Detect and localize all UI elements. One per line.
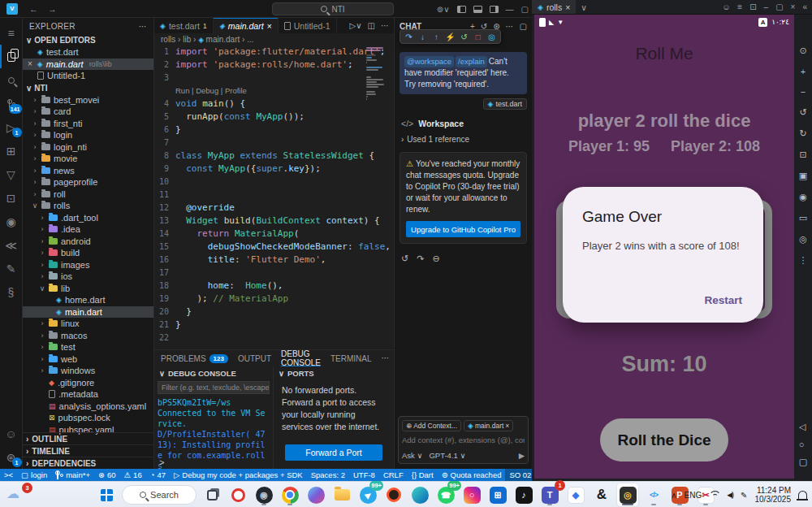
tree-item-first_nti[interactable]: ›first_nti <box>23 118 153 130</box>
tray-chevron-icon[interactable]: ∧ <box>671 491 676 500</box>
upgrade-copilot-button[interactable]: Upgrade to GitHub Copilot Pro <box>406 221 520 237</box>
taskbar-brave[interactable] <box>383 483 404 506</box>
code-editor[interactable]: 1import 'package:flutter/material.dart';… <box>154 46 394 349</box>
emulator-menu-icon[interactable]: ≡ <box>737 2 742 11</box>
run-and-debug-icon[interactable]: ▷1 <box>0 115 23 139</box>
volume-icon[interactable]: ◀) <box>727 491 733 499</box>
emulator-rotate-right-icon[interactable]: ↻ <box>799 128 806 139</box>
explorer-icon[interactable] <box>0 45 23 68</box>
taskbar-start[interactable] <box>96 483 117 506</box>
sidebar-more-icon[interactable]: ⋯ <box>139 22 147 31</box>
send-icon[interactable]: ▶ <box>519 451 525 460</box>
maximize-button[interactable]: ▢ <box>521 5 529 14</box>
status-git-branch[interactable]: main*+ <box>51 469 94 481</box>
undo-icon[interactable]: ↷ <box>417 254 424 264</box>
emulator-float-window-icon[interactable]: ⊡ <box>749 2 756 11</box>
tree-item-macos[interactable]: ›macos <box>23 330 153 342</box>
taskbar-tiktok[interactable]: ♪ <box>513 483 534 506</box>
taskbar-edge[interactable] <box>409 483 430 506</box>
widget-inspector-icon[interactable]: ◎ <box>486 32 498 41</box>
breadcrumb-item[interactable]: lib <box>183 35 191 44</box>
notification-bell-icon[interactable] <box>798 491 807 499</box>
section-timeline[interactable]: ›TIMELINE <box>23 444 153 457</box>
emulator-record-screen-icon[interactable]: ◉ <box>799 192 807 202</box>
status-warnings[interactable]: ⚠16 <box>120 469 146 481</box>
taskbar-chrome[interactable] <box>279 483 300 506</box>
tree-item-home.dart[interactable]: ◈home.dart <box>23 294 153 306</box>
tab-Untitled-1[interactable]: Untitled-1 <box>279 18 337 33</box>
debug-console-header[interactable]: ∨DEBUG CONSOLE <box>154 366 273 379</box>
back-arrow-icon[interactable]: ← <box>29 4 38 14</box>
taskbar-copilot[interactable] <box>305 483 326 506</box>
open-editors-header[interactable]: ∨OPEN EDITORS <box>23 34 153 46</box>
editor-group[interactable]: ◈test.dart1◈main.dart×Untitled-1 ▷∨◫⋯ ro… <box>154 18 394 469</box>
more-actions-icon[interactable]: ⋯ <box>381 21 389 30</box>
tree-item-pageprofile[interactable]: ›pageprofile <box>23 176 153 188</box>
open-editor-main.dart[interactable]: ×◈main.dartrolls\lib <box>23 58 153 71</box>
taskbar-vscode[interactable]: </> <box>643 483 664 506</box>
chat-command-chip[interactable]: @workspace <box>404 56 454 67</box>
wifi-icon[interactable] <box>709 491 719 499</box>
taskbar-ms-store[interactable]: ⊞ <box>487 483 508 506</box>
breadcrumb[interactable]: rolls › lib › ◈ main.dart › ... <box>154 33 394 46</box>
restart-icon[interactable]: ↺ <box>458 32 470 41</box>
tree-item-best_movei[interactable]: ›best_movei <box>23 94 153 106</box>
emulator-close-icon[interactable]: × <box>791 2 796 11</box>
panel-tab-problems[interactable]: PROBLEMS123 <box>161 350 228 366</box>
console-output[interactable]: bPS5KQm2ItW=/wsConnected to the VM Servi… <box>154 396 273 469</box>
emulator-screenshot-icon[interactable]: ▣ <box>799 171 807 181</box>
emulator-volume-down-icon[interactable]: − <box>801 87 806 97</box>
settings-icon[interactable]: ⊛1 <box>0 445 23 469</box>
tree-item-web[interactable]: ›web <box>23 353 153 366</box>
ports-header[interactable]: ∨PORTS <box>274 366 394 379</box>
status-info[interactable]: ◔47 <box>146 469 170 481</box>
panel-tab-output[interactable]: OUTPUT <box>238 350 271 366</box>
status-eol[interactable]: CRLF <box>379 469 408 481</box>
tree-item-.metadata[interactable]: .metadata <box>23 388 153 401</box>
chat-file-chip[interactable]: ◈test.dart <box>483 98 527 110</box>
tree-item-linux[interactable]: ›linux <box>23 318 153 330</box>
tree-item-.idea[interactable]: ›.idea <box>23 223 153 236</box>
taskbar-file-explorer[interactable] <box>331 483 352 506</box>
status-errors[interactable]: ⊗60 <box>94 469 120 481</box>
status-device-selector[interactable]: SO 02L (android-x64) <box>505 469 532 481</box>
emulator-power-icon[interactable]: ⊙ <box>799 46 806 56</box>
breadcrumb-item[interactable]: main.dart <box>206 35 240 44</box>
breadcrumb-item[interactable]: rolls <box>161 35 175 44</box>
android-home-icon[interactable]: ○ <box>799 440 807 449</box>
status-spaces[interactable]: Spaces: 2 <box>307 469 349 481</box>
taskbar-emulator[interactable]: ◎ <box>617 483 638 506</box>
tab-main.dart[interactable]: ◈main.dart× <box>214 18 279 33</box>
tree-item-.gitignore[interactable]: ◆.gitignore <box>23 377 153 389</box>
open-editor-Untitled-1[interactable]: Untitled-1 <box>23 70 153 82</box>
emulator-minimize-icon[interactable]: – <box>764 2 769 11</box>
tab-dropdown-icon[interactable]: ∨ <box>581 2 587 12</box>
toggle-panel-icon[interactable] <box>473 6 482 13</box>
taskbar-obs[interactable]: ◉ <box>253 483 274 506</box>
toggle-sidebar-icon[interactable] <box>457 6 466 13</box>
run-or-debug-icon[interactable]: ▷∨ <box>350 21 362 30</box>
chat-references-toggle[interactable]: ›Used 1 reference <box>395 133 532 145</box>
extensions-icon[interactable]: ⊞ <box>0 139 23 162</box>
codelens-label[interactable]: Run | Debug | Profile <box>175 86 247 95</box>
tree-item-images[interactable]: ›images <box>23 259 153 271</box>
emulator-rotate-left-icon[interactable]: ↺ <box>799 107 806 118</box>
android-back-icon[interactable]: ◁ <box>799 422 807 432</box>
chat-input[interactable]: ⊕Add Context... ◈main.dart× Add context … <box>398 416 529 464</box>
chat-more-icon[interactable]: ⋯ <box>506 22 514 31</box>
forward-arrow-icon[interactable]: → <box>48 4 57 14</box>
accounts-icon[interactable]: ☺ <box>0 422 23 445</box>
testing-icon[interactable]: ▽ <box>0 162 23 186</box>
github-icon[interactable]: ◉ <box>0 210 23 233</box>
chat-mode-select[interactable]: Ask ∨ <box>402 451 422 460</box>
status-debug-config[interactable]: ▷Debug my code + packages + SDK <box>170 469 307 481</box>
status-language-dart[interactable]: {} Dart <box>408 469 438 481</box>
emulator-tab-rolls[interactable]: ◈ rolls × <box>532 0 576 14</box>
chat-maximize-icon[interactable]: ▢ <box>520 22 527 31</box>
taskbar-search[interactable]: Search <box>122 485 197 505</box>
tree-item-build[interactable]: ›build <box>23 247 153 259</box>
status-workspace-login[interactable]: ▢login <box>17 469 51 481</box>
status-remote[interactable]: >< <box>0 469 17 481</box>
device-screen[interactable]: ◣ ▼ A ١٠:٢٤ Roll Me player 2 roll the di… <box>534 15 794 479</box>
emulator-camera-icon[interactable]: ⊡ <box>799 150 806 160</box>
